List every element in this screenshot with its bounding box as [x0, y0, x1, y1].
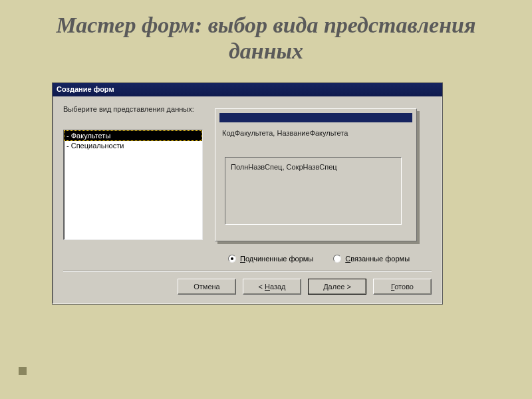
list-item[interactable]: - Факультеты: [64, 130, 202, 141]
prompt-label: Выберите вид представления данных:: [63, 104, 203, 130]
preview-master-fields: КодФакультета, НазваниеФакультета: [222, 129, 348, 137]
radio-linkedforms[interactable]: Связанные формы: [333, 255, 410, 263]
back-button[interactable]: < Назад: [243, 279, 301, 295]
dialog-titlebar: Создание форм: [53, 83, 442, 96]
form-wizard-dialog: Создание форм Выберите вид представления…: [52, 82, 443, 305]
preview-mini-titlebar: [219, 113, 412, 122]
radio-dot-icon: [228, 255, 236, 263]
next-button[interactable]: Далее >: [308, 279, 366, 295]
preview-subform-box: ПолнНазвСпец, СокрНазвСпец: [225, 157, 402, 225]
radio-subforms-label: Подчиненные формы: [240, 255, 313, 263]
slide-bullet: [19, 367, 27, 375]
preview-panel: КодФакультета, НазваниеФакультета ПолнНа…: [215, 108, 417, 241]
radio-linkedforms-label: Связанные формы: [345, 255, 410, 263]
preview-sub-fields: ПолнНазвСпец, СокрНазвСпец: [231, 163, 337, 171]
view-listbox[interactable]: - Факультеты - Специальности: [63, 130, 203, 240]
radio-subforms[interactable]: Подчиненные формы: [228, 255, 313, 263]
list-item[interactable]: - Специальности: [64, 141, 202, 150]
radio-dot-icon: [333, 255, 341, 263]
cancel-button[interactable]: Отмена: [178, 279, 236, 295]
slide-title: Мастер форм: выбор вида представления да…: [0, 0, 532, 70]
finish-button[interactable]: Готово: [373, 279, 432, 295]
